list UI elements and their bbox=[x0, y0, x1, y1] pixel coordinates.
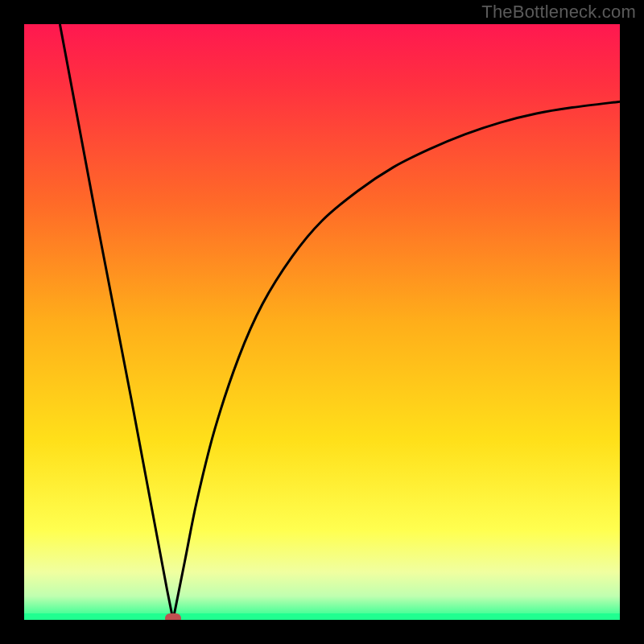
bottom-green-band bbox=[24, 613, 620, 620]
plot-area bbox=[24, 24, 620, 620]
minimum-marker bbox=[165, 613, 181, 620]
watermark-text: TheBottleneck.com bbox=[481, 2, 636, 23]
plot-svg bbox=[24, 24, 620, 620]
chart-frame: TheBottleneck.com bbox=[0, 0, 644, 644]
gradient-background bbox=[24, 24, 620, 620]
